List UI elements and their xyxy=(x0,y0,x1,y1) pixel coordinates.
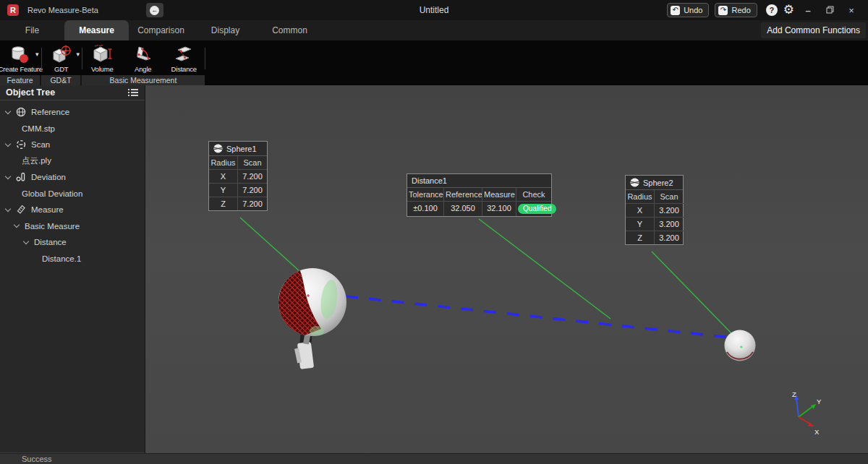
redo-label: Redo xyxy=(731,6,750,14)
chevron-down-icon[interactable] xyxy=(14,222,20,228)
col-header: Scan xyxy=(654,190,684,203)
toolbar-separator xyxy=(205,48,205,69)
gdt-icon xyxy=(51,45,72,64)
tab-common[interactable]: Common xyxy=(258,20,322,40)
table-cell: X xyxy=(209,169,237,183)
axis-y-label: Y xyxy=(817,398,822,405)
axis-x-label: X xyxy=(814,428,820,436)
volume-icon xyxy=(92,45,112,64)
tree-item-measure[interactable]: Measure xyxy=(0,202,145,218)
reference-value: 32.050 xyxy=(443,201,482,216)
col-header: Tolerance xyxy=(407,188,443,201)
reference-icon xyxy=(16,107,26,117)
sphere1-annotation[interactable]: Sphere1 Radius Scan X 7.200 Y 7.200 Z 7.… xyxy=(208,141,268,211)
restore-icon xyxy=(826,6,834,14)
group-label-basic-measurement: Basic Measurement xyxy=(82,75,205,85)
table-cell: Z xyxy=(209,197,237,210)
tree-item-distance-1[interactable]: Distance.1 xyxy=(0,251,145,267)
col-header: Reference xyxy=(443,188,482,201)
measure-icon xyxy=(16,205,26,215)
chevron-down-icon[interactable] xyxy=(5,173,11,179)
viewport[interactable]: Z Y X Sphere1 Radius Scan X 7.200 Y 7.20… xyxy=(145,85,868,453)
qualified-badge: Qualified xyxy=(518,204,556,214)
volume-button[interactable]: Volume xyxy=(82,40,123,75)
tree-item-distance[interactable]: Distance xyxy=(0,234,145,251)
chevron-down-icon[interactable] xyxy=(5,141,11,147)
check-cell: Qualified xyxy=(516,201,551,216)
scan-icon xyxy=(16,139,26,150)
menubar: File Measure Comparison Display Common A… xyxy=(0,20,868,40)
tree-item-global-deviation[interactable]: Global Deviation xyxy=(0,186,145,202)
deviation-icon xyxy=(16,172,26,182)
chevron-down-icon[interactable]: ▾ xyxy=(76,51,80,58)
table-cell: 3.200 xyxy=(654,203,684,217)
add-common-functions-button[interactable]: Add Common Functions xyxy=(761,22,866,38)
sphere-icon xyxy=(213,144,223,153)
sphere2-object[interactable] xyxy=(725,330,756,361)
angle-icon xyxy=(133,45,153,64)
tab-file[interactable]: File xyxy=(0,20,64,40)
col-header: Scan xyxy=(237,156,267,169)
table-cell: X xyxy=(626,203,654,217)
table-cell: 3.200 xyxy=(654,231,684,244)
table-cell: 7.200 xyxy=(237,169,267,183)
annotation-title: Distance1 xyxy=(412,176,447,185)
sphere2-leader-line xyxy=(652,252,733,335)
create-feature-button[interactable]: ▾ Create Feature xyxy=(0,40,41,75)
help-button[interactable]: ? xyxy=(766,4,778,16)
undo-label: Undo xyxy=(684,6,702,14)
tree-item-cmm-stp[interactable]: CMM.stp xyxy=(0,121,145,137)
tolerance-value: ±0.100 xyxy=(407,201,443,216)
distance-measure-line xyxy=(346,296,738,338)
home-button[interactable]: ← xyxy=(146,3,163,17)
annotation-title: Sphere1 xyxy=(226,145,257,153)
chevron-down-icon[interactable]: ▾ xyxy=(35,51,39,58)
tab-measure[interactable]: Measure xyxy=(64,20,129,40)
sphere1-object[interactable] xyxy=(278,268,346,337)
minimize-button[interactable]: – xyxy=(800,5,816,16)
chevron-down-icon[interactable] xyxy=(5,206,11,212)
col-header: Radius xyxy=(626,190,654,203)
status-message: Success xyxy=(22,455,52,463)
measure-value: 32.100 xyxy=(482,201,516,216)
close-button[interactable]: × xyxy=(843,5,859,16)
chevron-down-icon[interactable] xyxy=(23,239,29,244)
distance-button[interactable]: Distance xyxy=(163,40,205,75)
settings-gear-button[interactable]: ⚙ xyxy=(783,4,794,16)
table-cell: Y xyxy=(209,183,237,197)
undo-button[interactable]: ↶ Undo xyxy=(667,3,709,17)
angle-button[interactable]: Angle xyxy=(123,40,164,75)
object-tree-panel: Object Tree Reference CMM.stp xyxy=(0,85,145,453)
tree-options-icon[interactable] xyxy=(127,87,139,98)
statusbar: Success xyxy=(0,453,868,464)
toolbar-separator xyxy=(41,48,42,69)
group-label-feature: Feature xyxy=(0,75,41,85)
tree-item-reference[interactable]: Reference xyxy=(0,104,145,121)
sphere1-leader-line xyxy=(240,218,299,271)
annotation-title: Sphere2 xyxy=(643,179,673,187)
redo-icon: ↷ xyxy=(718,6,728,15)
tree-item-deviation[interactable]: Deviation xyxy=(0,169,145,186)
tree-item-scan[interactable]: Scan xyxy=(0,137,145,153)
restore-button[interactable] xyxy=(822,5,838,16)
tree-item-pointcloud-ply[interactable]: 点云.ply xyxy=(0,153,145,170)
tree-item-basic-measure[interactable]: Basic Measure xyxy=(0,218,145,235)
table-cell: Z xyxy=(626,231,654,244)
tab-comparison[interactable]: Comparison xyxy=(129,20,193,40)
col-header: Check xyxy=(516,188,551,201)
col-header: Measure xyxy=(482,188,516,201)
chevron-down-icon[interactable] xyxy=(5,108,11,114)
table-cell: 7.200 xyxy=(237,197,267,210)
col-header: Radius xyxy=(209,156,237,169)
ribbon-toolbar: ▾ Create Feature ▾ GDT xyxy=(0,40,868,85)
object-tree-title: Object Tree xyxy=(6,87,127,98)
axis-triad: Z Y X xyxy=(792,390,822,436)
sphere2-annotation[interactable]: Sphere2 Radius Scan X 3.200 Y 3.200 Z 3.… xyxy=(625,175,684,245)
app-name: Revo Measure-Beta xyxy=(27,6,98,14)
gdt-button[interactable]: ▾ GDT xyxy=(41,40,82,75)
ribbon-group-row: Feature GD&T Basic Measurement xyxy=(0,75,205,85)
distance1-annotation[interactable]: Distance1 Tolerance Reference Measure Ch… xyxy=(407,173,552,217)
redo-button[interactable]: ↷ Redo xyxy=(715,3,757,17)
table-cell: Y xyxy=(626,217,654,231)
tab-display[interactable]: Display xyxy=(193,20,258,40)
